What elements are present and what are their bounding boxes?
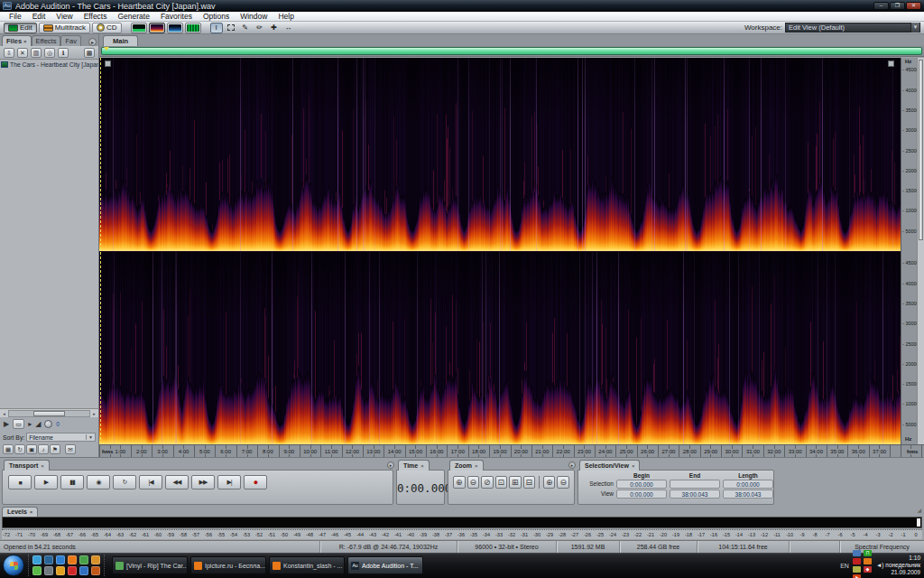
files-horizontal-scrollbar[interactable]: ◂ ▸: [0, 408, 98, 417]
tab-zoom[interactable]: Zoom×: [449, 460, 484, 471]
close-icon[interactable]: ×: [30, 509, 33, 515]
vertical-scrollbar[interactable]: [917, 58, 924, 444]
stop-button[interactable]: ■: [8, 475, 32, 489]
zoom-in-vertical-button[interactable]: ⊕: [543, 476, 556, 489]
sidebar-tab-fav[interactable]: Fav: [60, 35, 81, 46]
frequency-ruler-right-channel[interactable]: Hz45000400003500030000250002000015000100…: [901, 251, 917, 444]
spectrogram-left-channel[interactable]: [99, 58, 901, 251]
title-bar[interactable]: Au Adobe Audition - The Cars - Heartbeat…: [0, 0, 924, 12]
menu-effects[interactable]: Effects: [79, 12, 113, 22]
taskbar-task-button[interactable]: Konstantin_slash - ...: [269, 556, 345, 574]
volume-knob[interactable]: [44, 420, 52, 428]
taskbar-task-button[interactable]: AuAdobe Audition - T...: [347, 556, 423, 574]
switch-windows-icon[interactable]: [44, 555, 53, 564]
zoom-out-vertical-button[interactable]: ⊖: [557, 476, 569, 489]
spot-healing-brush-tool[interactable]: ✚: [268, 23, 281, 33]
vertical-scroll-thumb[interactable]: [919, 60, 923, 240]
taskbar-clock[interactable]: 1:10 ◄) понедельник 21.09.2009: [876, 555, 920, 576]
edit-view-button[interactable]: Edit: [4, 23, 37, 33]
time-selection-tool[interactable]: I: [210, 23, 223, 33]
menu-view[interactable]: View: [51, 12, 78, 22]
ati-icon[interactable]: ◆: [864, 566, 872, 573]
navigator-bar[interactable]: [101, 47, 922, 55]
fast-forward-button[interactable]: ▶▶: [191, 475, 215, 489]
show-desktop-icon[interactable]: [32, 555, 42, 564]
network-icon[interactable]: [853, 550, 861, 556]
scroll-track[interactable]: [8, 410, 90, 417]
firefox-icon[interactable]: [68, 555, 77, 564]
internet-explorer-icon[interactable]: [56, 555, 65, 564]
menu-help[interactable]: Help: [273, 12, 299, 22]
cd-view-button[interactable]: CD: [92, 23, 122, 33]
zoom-out-full-button[interactable]: ⊘: [481, 476, 494, 489]
punto-switcher-icon[interactable]: П: [864, 550, 872, 556]
taskbar-task-button[interactable]: [Vinyl - Rip] The Car...: [112, 556, 188, 574]
go-to-beginning-button[interactable]: |◀: [139, 475, 162, 489]
winamp-icon[interactable]: [864, 558, 872, 564]
file-info-icon[interactable]: ℹ: [58, 48, 69, 58]
tab-transport[interactable]: Transport×: [4, 460, 50, 471]
file-list-item[interactable]: The Cars - Heartbeat City [Japan]: [1, 61, 97, 68]
pause-button[interactable]: ▮▮: [60, 475, 84, 489]
workspace-select[interactable]: Edit View (Default) ▼: [785, 23, 920, 33]
quick-launch-icon-4[interactable]: [91, 566, 100, 575]
scrub-tool[interactable]: ↔: [282, 23, 295, 33]
close-icon[interactable]: ×: [23, 39, 27, 44]
start-button[interactable]: [3, 555, 24, 576]
minimize-button[interactable]: –: [873, 2, 889, 10]
taskbar-task-button[interactable]: Ipicture.ru - Беспла...: [190, 556, 266, 574]
view-end-field[interactable]: 38:00.043: [670, 489, 720, 499]
media-player-icon[interactable]: [79, 555, 88, 564]
show-markers-toggle[interactable]: ⚑: [50, 444, 60, 454]
spectral-phase-view-button[interactable]: [185, 23, 201, 33]
zoom-out-horizontal-button[interactable]: ⊖: [467, 476, 480, 489]
language-indicator[interactable]: EN: [840, 563, 849, 569]
close-button[interactable]: ✕: [906, 2, 921, 10]
chevron-down-icon[interactable]: ▼: [910, 23, 919, 33]
tab-time[interactable]: Time×: [398, 460, 430, 471]
scroll-thumb[interactable]: [33, 411, 66, 416]
multitrack-view-button[interactable]: Multitrack: [39, 23, 90, 33]
sort-by-select[interactable]: Filename ▼: [26, 433, 96, 442]
premiere-icon[interactable]: [79, 566, 88, 575]
zoom-to-selection-button[interactable]: ⊡: [495, 476, 508, 489]
insert-into-cd-icon[interactable]: ◎: [44, 48, 55, 58]
show-video-toggle[interactable]: ▣: [26, 444, 37, 454]
panel-menu-icon[interactable]: ▸: [568, 461, 576, 469]
download-manager-icon[interactable]: ➤: [853, 574, 861, 578]
zoom-in-left-edge-button[interactable]: ⊞: [509, 476, 522, 489]
waveform-view-button[interactable]: [131, 23, 147, 33]
display-grip-icon[interactable]: [888, 61, 894, 67]
open-folder-button[interactable]: ▭: [13, 419, 24, 429]
zoom-in-right-edge-button[interactable]: ⊟: [523, 476, 536, 489]
selection-length-field[interactable]: 0:00.000: [723, 480, 773, 489]
time-ruler[interactable]: hms1:002:003:004:005:006:007:008:009:001…: [99, 444, 924, 457]
menu-file[interactable]: File: [4, 12, 27, 22]
show-audio-toggle[interactable]: ▦: [3, 444, 14, 454]
menu-window[interactable]: Window: [235, 12, 273, 22]
menu-favorites[interactable]: Favorites: [155, 12, 198, 22]
menu-generate[interactable]: Generate: [112, 12, 154, 22]
effects-paintbrush-tool[interactable]: ✏: [254, 23, 266, 33]
auto-play-icon[interactable]: ▶: [4, 420, 9, 428]
scroll-left-icon[interactable]: ◂: [0, 411, 8, 416]
lasso-selection-tool[interactable]: ✎: [239, 23, 252, 33]
quick-launch-icon-1[interactable]: [32, 566, 42, 575]
selection-begin-field[interactable]: 0:00.000: [616, 480, 667, 489]
marquee-selection-tool[interactable]: [225, 23, 237, 33]
display-grip-icon[interactable]: [105, 61, 111, 67]
spectral-frequency-view-button[interactable]: [149, 23, 165, 33]
tab-levels[interactable]: Levels×: [2, 507, 38, 517]
advanced-view-icon[interactable]: ▩: [84, 48, 95, 58]
volume-icon[interactable]: ◄): [876, 562, 884, 568]
browser-icon[interactable]: [91, 555, 100, 564]
rewind-button[interactable]: ◀◀: [165, 475, 189, 489]
import-file-icon[interactable]: ⇩: [4, 48, 14, 58]
sidebar-tab-effects[interactable]: Effects: [32, 35, 61, 46]
level-meter[interactable]: [2, 517, 922, 528]
tab-main[interactable]: Main: [103, 35, 138, 46]
quick-launch-icon-3[interactable]: [56, 566, 65, 575]
photoshop-icon[interactable]: [68, 566, 77, 575]
playhead-cursor[interactable]: [100, 58, 101, 444]
session-toggle[interactable]: ✉: [65, 444, 76, 454]
